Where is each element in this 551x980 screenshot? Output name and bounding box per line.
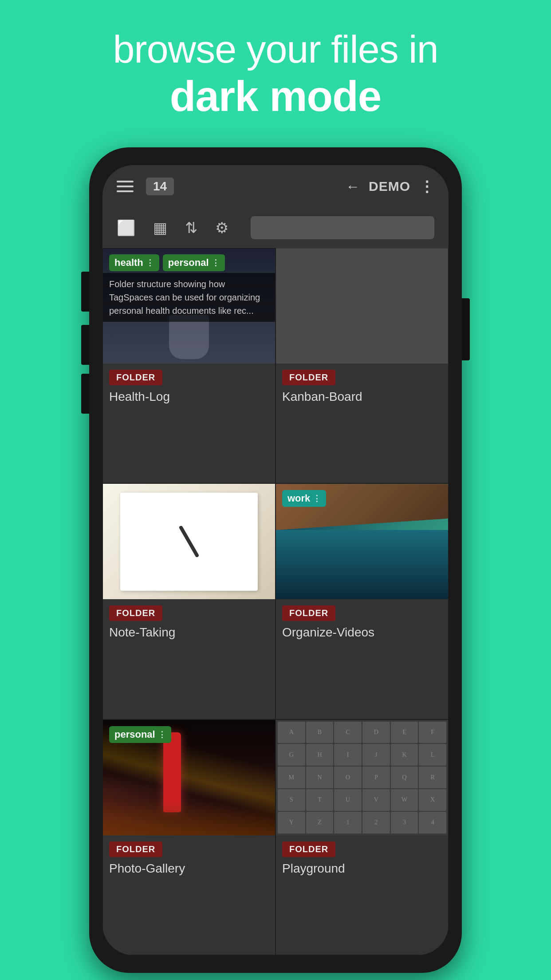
tag-work-dots: ⋮ bbox=[313, 494, 321, 503]
tag-container-videos: work ⋮ bbox=[282, 490, 326, 507]
tag-work-label: work bbox=[287, 493, 310, 504]
list-view-icon[interactable]: ▦ bbox=[153, 219, 167, 237]
tag-health-label: health bbox=[114, 257, 143, 269]
count-badge: 14 bbox=[146, 178, 174, 195]
tag-personal-dots: ⋮ bbox=[212, 258, 220, 268]
folder-name-note: Note-Taking bbox=[103, 621, 275, 642]
health-log-overlay-text: Folder structure showing how TagSpaces c… bbox=[109, 277, 269, 317]
more-options-icon[interactable]: ⋮ bbox=[419, 178, 434, 195]
playground-image: A B C D E F G H I J K L M bbox=[276, 720, 448, 835]
back-icon[interactable]: ← bbox=[346, 178, 360, 195]
header-line1: browse your files in bbox=[113, 27, 438, 72]
tag-container-health-log: health ⋮ personal ⋮ bbox=[109, 254, 225, 271]
folder-note-taking[interactable]: FOLDER Note-Taking bbox=[102, 483, 276, 719]
grid-area: health ⋮ personal ⋮ Folder structure sho… bbox=[102, 248, 449, 955]
tag-personal-photo-label: personal bbox=[114, 729, 155, 740]
tag-personal[interactable]: personal ⋮ bbox=[163, 254, 225, 271]
phone-screen: 14 ← DEMO ⋮ ⬜ ▦ ⇅ ⚙ bbox=[102, 165, 449, 955]
hamburger-icon[interactable] bbox=[117, 181, 134, 192]
search-bar[interactable] bbox=[251, 216, 434, 239]
folder-name-kanban: Kanban-Board bbox=[276, 385, 448, 407]
top-bar: 14 ← DEMO ⋮ bbox=[102, 165, 449, 208]
tag-personal-label: personal bbox=[168, 257, 209, 269]
folder-badge-videos: FOLDER bbox=[282, 605, 335, 621]
folder-organize-videos[interactable]: work ⋮ FOLDER Organize-Videos bbox=[276, 483, 449, 719]
folder-photo-gallery[interactable]: personal ⋮ FOLDER Photo-Gallery bbox=[102, 719, 276, 955]
folder-badge-kanban: FOLDER bbox=[282, 370, 335, 385]
tag-personal-photo-dots: ⋮ bbox=[158, 730, 166, 739]
tag-work[interactable]: work ⋮ bbox=[282, 490, 326, 507]
folder-kanban-board[interactable]: FOLDER Kanban-Board bbox=[276, 248, 449, 483]
folder-name-playground: Playground bbox=[276, 857, 448, 878]
header: browse your files in dark mode bbox=[113, 27, 438, 121]
folder-name-health-log: Health-Log bbox=[103, 385, 275, 407]
grid-view-icon[interactable]: ⬜ bbox=[117, 219, 135, 237]
folder-badge-note: FOLDER bbox=[109, 605, 162, 621]
tag-health-dots: ⋮ bbox=[146, 258, 154, 268]
folder-name-photo: Photo-Gallery bbox=[103, 857, 275, 878]
folder-name-videos: Organize-Videos bbox=[276, 621, 448, 642]
folder-badge-health-log: FOLDER bbox=[109, 370, 162, 385]
top-bar-right: ← DEMO ⋮ bbox=[346, 178, 434, 195]
demo-label: DEMO bbox=[369, 179, 410, 194]
settings-icon[interactable]: ⚙ bbox=[215, 219, 228, 237]
health-log-overlay: Folder structure showing how TagSpaces c… bbox=[103, 273, 275, 322]
header-line2: dark mode bbox=[113, 72, 438, 121]
tag-health[interactable]: health ⋮ bbox=[109, 254, 159, 271]
toolbar: ⬜ ▦ ⇅ ⚙ bbox=[102, 208, 449, 248]
file-grid: health ⋮ personal ⋮ Folder structure sho… bbox=[102, 248, 449, 955]
folder-health-log[interactable]: health ⋮ personal ⋮ Folder structure sho… bbox=[102, 248, 276, 483]
tag-personal-photo[interactable]: personal ⋮ bbox=[109, 726, 171, 743]
folder-badge-playground: FOLDER bbox=[282, 842, 335, 857]
phone-shell: 14 ← DEMO ⋮ ⬜ ▦ ⇅ ⚙ bbox=[89, 147, 462, 973]
folder-badge-photo: FOLDER bbox=[109, 842, 162, 857]
sort-icon[interactable]: ⇅ bbox=[185, 219, 197, 237]
pen-shape bbox=[179, 526, 200, 558]
tag-container-photo: personal ⋮ bbox=[109, 726, 171, 743]
folder-playground[interactable]: A B C D E F G H I J K L M bbox=[276, 719, 449, 955]
